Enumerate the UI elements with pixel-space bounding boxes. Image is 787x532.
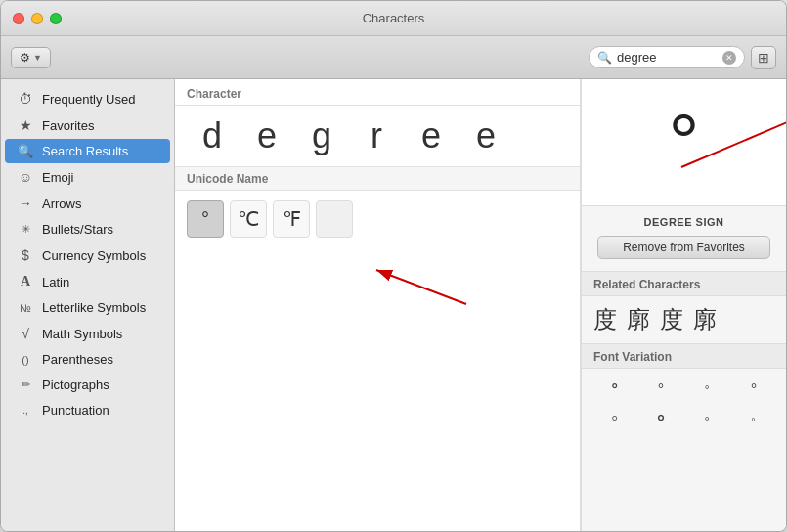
minimize-button[interactable] (31, 13, 43, 24)
symbol-fahrenheit[interactable]: ℉ (273, 200, 310, 238)
sidebar-label-pictographs: Pictographs (42, 377, 109, 392)
sidebar-item-emoji[interactable]: ☺ Emoji (5, 164, 170, 190)
toolbar-right: 🔍 ✕ ⊞ (589, 46, 776, 69)
sidebar-item-currency-symbols[interactable]: $ Currency Symbols (5, 243, 170, 268)
svg-line-2 (376, 270, 466, 304)
unicode-name-header: Unicode Name (175, 166, 580, 191)
detail-char: ° (669, 104, 700, 182)
sidebar-label-search-results: Search Results (42, 144, 128, 158)
search-icon: 🔍 (597, 51, 612, 65)
font-var-3[interactable]: ° (732, 377, 774, 404)
sidebar-label-arrows: Arrows (42, 197, 81, 211)
detail-char-name: DEGREE SIGN (582, 206, 786, 236)
sidebar-label-frequently-used: Frequently Used (42, 92, 135, 107)
sidebar-label-latin: Latin (42, 275, 69, 289)
sidebar-item-latin[interactable]: A Latin (5, 269, 170, 294)
symbol-empty (316, 200, 353, 238)
detail-panel: ° DEGREE SIGN Remove from Favorites Rela… (581, 79, 786, 531)
search-box: 🔍 ✕ (589, 46, 745, 68)
sidebar-item-letterlike[interactable]: № Letterlike Symbols (5, 295, 170, 320)
char-letter-5[interactable]: e (460, 115, 511, 156)
char-letter-0[interactable]: d (187, 115, 238, 156)
search-input[interactable] (617, 50, 718, 65)
grid-icon: ⊞ (758, 50, 769, 66)
grid-view-button[interactable]: ⊞ (751, 46, 776, 69)
sidebar-label-favorites: Favorites (42, 118, 94, 133)
sidebar-label-bullets-stars: Bullets/Stars (42, 222, 113, 237)
bullets-icon: ✳ (17, 223, 34, 236)
char-letter-3[interactable]: r (351, 115, 402, 156)
sidebar-item-frequently-used[interactable]: ⏱ Frequently Used (5, 86, 170, 111)
sidebar-label-punctuation: Punctuation (42, 403, 109, 418)
sidebar-item-math-symbols[interactable]: √ Math Symbols (5, 321, 170, 346)
char-letters-row: d e g r e e (175, 106, 580, 166)
window-controls (13, 13, 62, 24)
symbol-degree[interactable]: ° (187, 200, 224, 238)
gear-icon: ⚙ (20, 51, 30, 65)
detail-preview: ° (582, 79, 786, 206)
gear-arrow-icon: ▼ (33, 53, 42, 63)
star-icon: ★ (17, 117, 34, 133)
sidebar-item-search-results[interactable]: 🔍 Search Results (5, 139, 170, 163)
close-button[interactable] (13, 13, 24, 24)
sidebar-item-parentheses[interactable]: () Parentheses (5, 347, 170, 372)
sidebar-item-pictographs[interactable]: ✏ Pictographs (5, 373, 170, 397)
sidebar-label-math-symbols: Math Symbols (42, 327, 122, 341)
search-clear-button[interactable]: ✕ (722, 51, 736, 65)
main-content: ⏱ Frequently Used ★ Favorites 🔍 Search R… (1, 79, 786, 531)
font-variation-header: Font Variation (582, 343, 786, 369)
titlebar: Characters (1, 1, 786, 36)
emoji-icon: ☺ (17, 169, 34, 185)
font-var-4[interactable]: ° (593, 408, 635, 435)
search-sidebar-icon: 🔍 (17, 144, 34, 158)
char-letter-2[interactable]: g (296, 115, 347, 156)
arrow-icon: → (17, 196, 34, 211)
letterlike-icon: № (17, 302, 34, 314)
related-char-1[interactable]: 廓 (627, 304, 650, 335)
related-char-0[interactable]: 度 (593, 304, 617, 335)
maximize-button[interactable] (50, 13, 62, 24)
parentheses-icon: () (17, 354, 34, 366)
char-symbols-row: ° ℃ ℉ (175, 191, 580, 247)
sidebar-item-favorites[interactable]: ★ Favorites (5, 112, 170, 138)
math-icon: √ (17, 326, 34, 341)
sidebar: ⏱ Frequently Used ★ Favorites 🔍 Search R… (1, 79, 175, 531)
related-char-3[interactable]: 廓 (693, 304, 717, 335)
sidebar-label-parentheses: Parentheses (42, 352, 113, 367)
sidebar-label-currency-symbols: Currency Symbols (42, 248, 146, 263)
clock-icon: ⏱ (17, 91, 34, 107)
punctuation-icon: ., (17, 405, 34, 416)
window-title: Characters (363, 11, 425, 25)
latin-icon: A (17, 274, 34, 289)
font-var-2[interactable]: ° (686, 377, 728, 404)
toolbar: ⚙ ▼ 🔍 ✕ ⊞ (1, 36, 786, 79)
related-chars-header: Related Characters (582, 271, 786, 296)
related-chars-list: 度 廓 度 廓 (582, 296, 786, 343)
center-area: Character d e g r e e Unicode Name ° ℃ (175, 79, 786, 531)
font-var-5[interactable]: ° (639, 408, 681, 435)
gear-button[interactable]: ⚙ ▼ (11, 47, 51, 68)
toolbar-left: ⚙ ▼ (11, 47, 51, 68)
char-letter-4[interactable]: e (406, 115, 457, 156)
font-var-1[interactable]: ° (639, 377, 681, 404)
symbol-celsius[interactable]: ℃ (230, 200, 267, 238)
font-variation-grid: ° ° ° ° ° ° ° ° (582, 369, 786, 443)
sidebar-item-arrows[interactable]: → Arrows (5, 191, 170, 216)
related-char-2[interactable]: 度 (660, 304, 683, 335)
remove-from-favorites-button[interactable]: Remove from Favorites (597, 236, 770, 259)
char-panel: Character d e g r e e Unicode Name ° ℃ (175, 79, 581, 531)
characters-window: Characters ⚙ ▼ 🔍 ✕ ⊞ ⏱ (0, 0, 787, 532)
pictographs-icon: ✏ (17, 378, 34, 391)
sidebar-item-punctuation[interactable]: ., Punctuation (5, 398, 170, 422)
sidebar-item-bullets-stars[interactable]: ✳ Bullets/Stars (5, 217, 170, 242)
clear-icon: ✕ (725, 53, 733, 63)
char-letter-1[interactable]: e (241, 115, 292, 156)
char-panel-header: Character (175, 79, 580, 106)
sidebar-label-letterlike: Letterlike Symbols (42, 300, 146, 315)
sidebar-label-emoji: Emoji (42, 170, 74, 185)
currency-icon: $ (17, 247, 34, 263)
font-var-6[interactable]: ° (686, 408, 728, 435)
font-var-7[interactable]: ° (732, 408, 774, 435)
font-var-0[interactable]: ° (593, 377, 635, 404)
